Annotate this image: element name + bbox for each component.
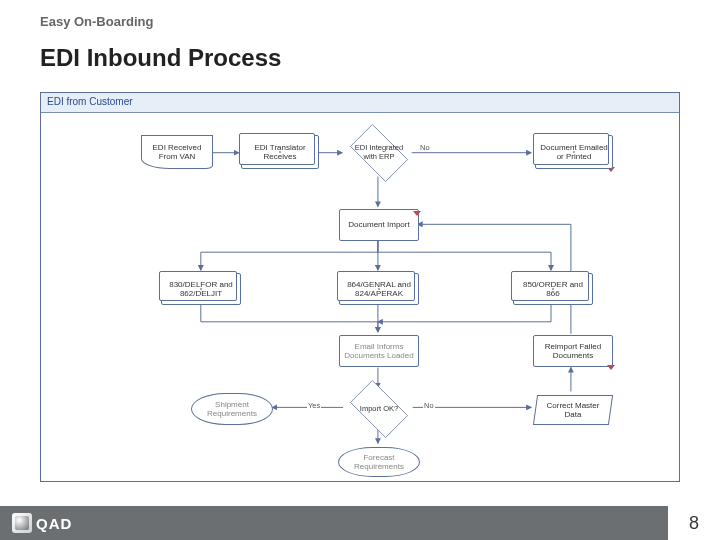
node-label: Email Informs Documents Loaded [342,342,416,360]
node-document-import: Document Import [339,209,419,241]
node-864-824: 864/GENRAL and 824/APERAK [339,273,419,305]
node-shipment-requirements: Shipment Requirements [191,393,273,425]
node-label: 864/GENRAL and 824/APERAK [342,280,416,298]
node-830-862: 830/DELFOR and 862/DELJIT [161,273,241,305]
node-correct-master-data: Correct Master Data [533,395,613,425]
node-label: EDI Integrated with ERP [346,144,412,161]
edge-label-no: No [419,143,431,152]
node-label: Correct Master Data [538,401,608,419]
slide-footer: QAD 8 [0,506,720,540]
swimlane-header: EDI from Customer [41,93,679,113]
node-email-informs: Email Informs Documents Loaded [339,335,419,367]
node-label: 850/ORDER and 866 [516,280,590,298]
node-edi-integrated-decision: EDI Integrated with ERP [344,131,414,175]
node-label: Document Emailed or Printed [538,143,610,161]
node-import-ok-decision: Import OK? [344,387,414,431]
node-label: EDI Received From VAN [144,143,210,161]
brand-logo-icon [12,513,32,533]
node-label: 830/DELFOR and 862/DELJIT [164,280,238,298]
brand-logo: QAD [12,513,72,533]
node-forecast-requirements: Forecast Requirements [338,447,420,477]
node-label: Import OK? [354,405,404,414]
page-number: 8 [668,506,720,540]
brand-logo-text: QAD [36,515,72,532]
edge-label-no: No [423,401,435,410]
node-850-866: 850/ORDER and 866 [513,273,593,305]
node-label: Shipment Requirements [194,400,270,418]
node-label: Document Import [348,220,409,229]
node-label: EDI Translator Receives [244,143,316,161]
slide-subtitle: Easy On-Boarding [40,14,153,29]
node-label: Forecast Requirements [341,453,417,471]
terminator-icon [413,211,421,216]
edge-label-yes: Yes [307,401,321,410]
terminator-icon [607,365,615,370]
node-reimport-failed: Reimport Failed Documents [533,335,613,367]
node-edi-translator: EDI Translator Receives [241,135,319,169]
node-document-printed: Document Emailed or Printed [535,135,613,169]
node-label: Reimport Failed Documents [536,342,610,360]
slide-title: EDI Inbound Process [40,44,281,72]
node-edi-received: EDI Received From VAN [141,135,213,169]
process-diagram: EDI from Customer [40,92,680,482]
